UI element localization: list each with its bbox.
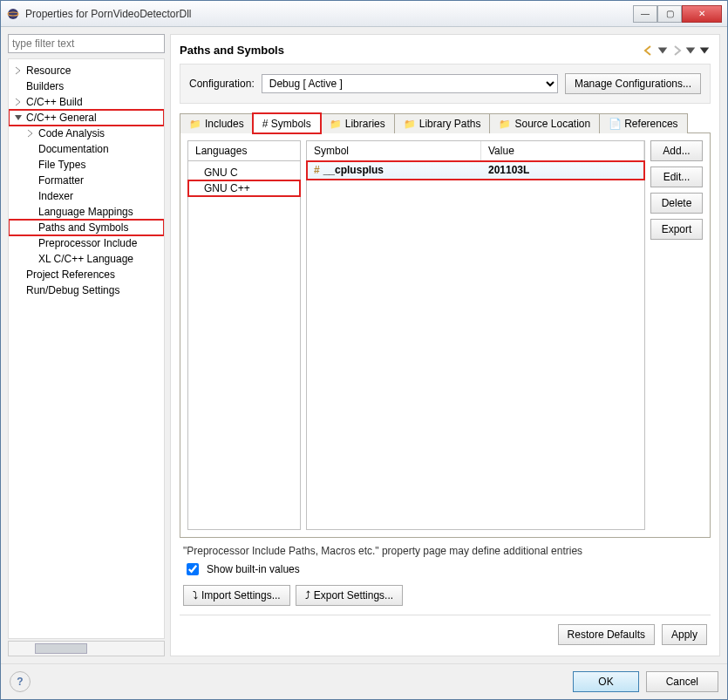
tree-item-ccgeneral[interactable]: C/C++ General — [9, 110, 164, 126]
tab-bar: Includes # Symbols Libraries Library Pat… — [180, 112, 711, 133]
edit-button[interactable]: Edit... — [650, 167, 703, 187]
forward-icon[interactable] — [670, 44, 683, 57]
dialog-body: Resource Builders C/C++ Build C/C++ Gene… — [1, 27, 727, 663]
references-icon: 📄 — [609, 118, 621, 130]
tree-item-codeanalysis[interactable]: Code Analysis — [9, 126, 164, 141]
symbol-row[interactable]: #__cplusplus 201103L — [307, 161, 644, 180]
manage-configurations-button[interactable]: Manage Configurations... — [565, 73, 701, 94]
property-tree[interactable]: Resource Builders C/C++ Build C/C++ Gene… — [8, 58, 165, 639]
dialog-footer: ? OK Cancel — [1, 663, 727, 699]
configuration-row: Configuration: Debug [ Active ] Manage C… — [180, 64, 711, 104]
collapse-icon — [14, 113, 23, 122]
window-title: Properties for PornVideoDetectorDll — [25, 8, 633, 20]
tab-references[interactable]: 📄References — [599, 113, 687, 133]
minimize-button[interactable]: — — [633, 5, 657, 23]
configuration-select[interactable]: Debug [ Active ] — [262, 74, 558, 93]
export-button[interactable]: Export — [650, 219, 703, 240]
tab-includes[interactable]: Includes — [180, 113, 254, 133]
export-icon: ⤴ — [305, 589, 310, 601]
languages-column: Languages GNU C GNU C++ — [187, 140, 301, 530]
tab-librarypaths[interactable]: Library Paths — [394, 113, 491, 133]
tree-hscrollbar[interactable] — [8, 641, 165, 656]
menu-dropdown-icon[interactable] — [698, 44, 711, 57]
back-icon[interactable] — [643, 44, 655, 57]
folder-icon — [404, 118, 416, 130]
eclipse-icon — [6, 7, 20, 21]
tree-item-langmappings[interactable]: Language Mappings — [9, 204, 164, 220]
languages-header: Languages — [188, 141, 300, 161]
tree-item-resource[interactable]: Resource — [9, 63, 164, 78]
languages-list[interactable]: GNU C GNU C++ — [188, 161, 300, 529]
col-value: Value — [481, 141, 644, 160]
filter-input[interactable] — [8, 34, 165, 53]
add-button[interactable]: Add... — [650, 140, 703, 161]
import-settings-button[interactable]: ⤵Import Settings... — [183, 585, 290, 606]
tree-item-filetypes[interactable]: File Types — [9, 157, 164, 173]
page-header: Paths and Symbols — [180, 44, 711, 57]
maximize-button[interactable]: ▢ — [657, 5, 682, 23]
close-button[interactable]: ✕ — [682, 5, 722, 23]
tree-item-indexer[interactable]: Indexer — [9, 188, 164, 204]
apply-button[interactable]: Apply — [662, 624, 707, 645]
folder-icon — [330, 118, 342, 130]
folder-icon — [189, 118, 201, 130]
cancel-button[interactable]: Cancel — [646, 671, 718, 692]
tree-item-projectrefs[interactable]: Project References — [9, 267, 164, 282]
page-title: Paths and Symbols — [180, 44, 284, 57]
configuration-label: Configuration: — [189, 78, 255, 90]
window-controls: — ▢ ✕ — [633, 5, 722, 23]
show-builtin-checkbox[interactable] — [187, 563, 199, 575]
ok-cancel-group: OK Cancel — [573, 671, 718, 692]
note-text: "Preprocessor Include Paths, Macros etc.… — [180, 538, 711, 559]
expand-icon — [26, 129, 35, 138]
symbols-table: Symbol Value #__cplusplus 201103L — [306, 140, 645, 530]
dropdown-icon[interactable] — [684, 44, 697, 57]
expand-icon — [14, 98, 23, 106]
export-settings-button[interactable]: ⤴Export Settings... — [296, 585, 403, 606]
symbols-header: Symbol Value — [307, 141, 644, 161]
separator — [180, 615, 711, 615]
tree-item-preprocessor[interactable]: Preprocessor Include — [9, 235, 164, 251]
symbol-buttons: Add... Edit... Delete Export — [650, 140, 703, 530]
nav-icons — [643, 44, 711, 57]
svg-point-0 — [8, 9, 18, 19]
left-pane: Resource Builders C/C++ Build C/C++ Gene… — [8, 34, 165, 656]
dropdown-icon[interactable] — [657, 44, 669, 57]
tab-symbols[interactable]: # Symbols — [253, 113, 321, 133]
language-item[interactable]: GNU C — [188, 165, 300, 180]
tree-item-formatter[interactable]: Formatter — [9, 173, 164, 188]
titlebar: Properties for PornVideoDetectorDll — ▢ … — [1, 1, 727, 27]
tree-item-builders[interactable]: Builders — [9, 78, 164, 94]
tab-content: Languages GNU C GNU C++ Symbol Value #__… — [180, 133, 711, 538]
language-item[interactable]: GNU C++ — [188, 180, 300, 196]
scroll-thumb[interactable] — [35, 643, 87, 654]
page-buttons: Restore Defaults Apply — [180, 619, 711, 650]
tab-sourcelocation[interactable]: Source Location — [489, 113, 600, 133]
builtin-row: Show built-in values — [180, 559, 711, 585]
right-pane: Paths and Symbols Configuration: Debug [… — [170, 34, 720, 656]
tree-item-pathssymbols[interactable]: Paths and Symbols — [9, 220, 164, 235]
tree-item-rundebug[interactable]: Run/Debug Settings — [9, 282, 164, 298]
import-icon: ⤵ — [193, 589, 198, 601]
tab-libraries[interactable]: Libraries — [320, 113, 395, 133]
tree-item-xlcclanguage[interactable]: XL C/C++ Language — [9, 251, 164, 267]
show-builtin-label: Show built-in values — [207, 563, 300, 575]
col-symbol: Symbol — [307, 141, 481, 160]
help-button[interactable]: ? — [10, 671, 31, 692]
tree-item-documentation[interactable]: Documentation — [9, 141, 164, 157]
define-icon: # — [314, 164, 320, 176]
tree-item-ccbuild[interactable]: C/C++ Build — [9, 94, 164, 110]
ok-button[interactable]: OK — [573, 671, 638, 692]
delete-button[interactable]: Delete — [650, 193, 703, 214]
import-export-row: ⤵Import Settings... ⤴Export Settings... — [180, 585, 711, 611]
expand-icon — [14, 66, 23, 75]
restore-defaults-button[interactable]: Restore Defaults — [558, 624, 655, 645]
folder-icon — [499, 118, 511, 130]
properties-dialog: Properties for PornVideoDetectorDll — ▢ … — [0, 0, 728, 700]
